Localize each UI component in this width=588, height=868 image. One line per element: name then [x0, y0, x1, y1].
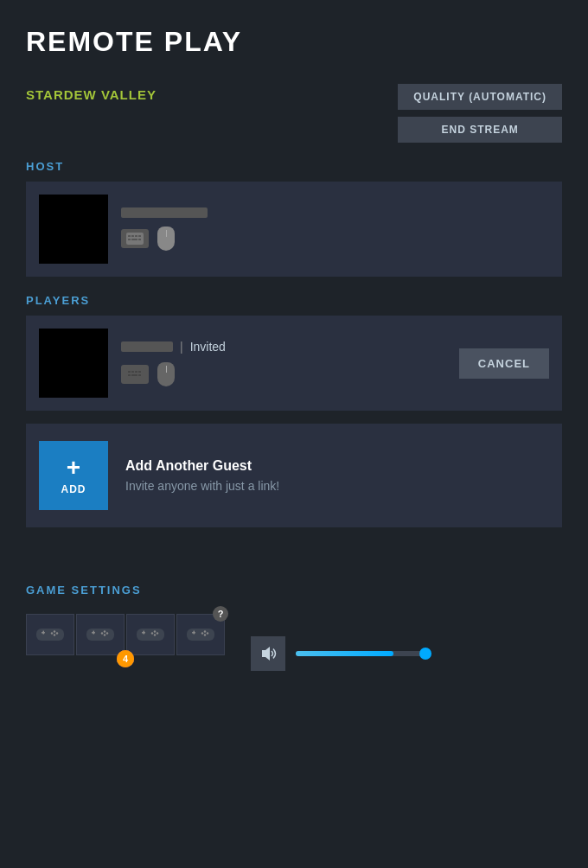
controller-slot-3: [126, 614, 175, 655]
host-icons-row: [121, 227, 549, 251]
svg-rect-3: [135, 235, 137, 237]
players-section: PLAYERS | Invited: [26, 294, 562, 411]
svg-rect-2: [131, 235, 134, 237]
game-row: STARDEW VALLEY QUALITY (AUTOMATIC) END S…: [26, 84, 562, 143]
divider: |: [180, 340, 183, 354]
controller-slot-2: [76, 614, 125, 655]
host-name-row: [121, 207, 549, 218]
host-section: HOST: [26, 160, 562, 277]
svg-point-35: [151, 632, 153, 634]
volume-area: [251, 636, 425, 671]
player-mouse-icon: [157, 362, 175, 386]
svg-rect-13: [128, 374, 131, 376]
player-keyboard-icon: [121, 365, 149, 384]
add-label: ADD: [61, 483, 86, 495]
svg-rect-1: [128, 235, 131, 237]
game-name: STARDEW VALLEY: [26, 87, 157, 102]
host-section-label: HOST: [26, 160, 562, 173]
volume-icon: [251, 636, 285, 671]
svg-point-26: [104, 630, 105, 632]
svg-rect-14: [131, 374, 137, 376]
svg-rect-18: [43, 631, 45, 635]
controller-slot-1: [26, 614, 74, 655]
svg-rect-25: [93, 631, 95, 635]
player-info: | Invited: [121, 340, 446, 386]
host-info: [121, 207, 549, 251]
svg-rect-6: [131, 239, 137, 240]
player-avatar: [39, 329, 108, 398]
quality-button[interactable]: QUALITY (AUTOMATIC): [398, 84, 562, 110]
add-guest-subtitle: Invite anyone with just a link!: [125, 479, 549, 493]
add-guest-title: Add Another Guest: [125, 458, 549, 474]
page-title: REMOTE PLAY: [26, 26, 562, 58]
svg-rect-10: [131, 371, 134, 373]
svg-rect-11: [135, 371, 137, 373]
player-name-row: | Invited: [121, 340, 446, 354]
game-settings-section: GAME SETTINGS: [26, 584, 562, 671]
controllers-with-badge: ? 1 2 3 4: [26, 614, 225, 659]
controller-slot-4: ?: [176, 614, 225, 655]
player-name-redacted: [121, 341, 173, 352]
svg-point-27: [106, 632, 108, 634]
svg-rect-4: [138, 235, 141, 237]
svg-rect-16: [36, 629, 64, 641]
svg-rect-23: [86, 629, 114, 641]
svg-rect-39: [194, 631, 195, 635]
volume-slider-thumb: [419, 648, 431, 660]
svg-rect-12: [138, 371, 141, 373]
svg-rect-15: [138, 374, 141, 376]
svg-point-29: [104, 634, 105, 635]
controllers-group: ? 1 2 3 4: [26, 614, 225, 671]
player-icons-row: [121, 362, 446, 386]
add-plus-icon: +: [67, 456, 80, 480]
svg-rect-5: [128, 239, 131, 240]
svg-rect-7: [138, 239, 141, 240]
host-card: [26, 182, 562, 277]
svg-point-43: [204, 634, 206, 635]
svg-point-33: [154, 630, 156, 632]
svg-point-19: [54, 630, 55, 632]
volume-slider[interactable]: [296, 651, 425, 656]
svg-point-28: [101, 632, 103, 634]
svg-point-34: [157, 632, 158, 634]
controller-slots-row: ?: [26, 614, 225, 655]
svg-rect-9: [128, 371, 131, 373]
svg-point-22: [54, 634, 55, 635]
host-name-redacted: [121, 207, 208, 218]
add-guest-card: + ADD Add Another Guest Invite anyone wi…: [26, 424, 562, 527]
svg-marker-44: [262, 647, 270, 661]
add-guest-text: Add Another Guest Invite anyone with jus…: [125, 458, 549, 493]
svg-rect-30: [137, 629, 164, 641]
add-guest-button[interactable]: + ADD: [39, 441, 108, 510]
question-badge: ?: [213, 606, 228, 622]
svg-point-20: [56, 632, 58, 634]
svg-rect-37: [187, 629, 214, 641]
host-avatar: [39, 195, 108, 264]
player-badge-4: 4: [117, 650, 134, 667]
mouse-icon: [157, 227, 175, 251]
end-stream-button[interactable]: END STREAM: [398, 117, 562, 143]
players-section-label: PLAYERS: [26, 294, 562, 307]
game-settings-label: GAME SETTINGS: [26, 584, 562, 597]
svg-point-40: [204, 630, 206, 632]
svg-point-42: [201, 632, 203, 634]
keyboard-icon: [121, 229, 149, 248]
svg-point-41: [207, 632, 208, 634]
cancel-button[interactable]: CANCEL: [459, 348, 549, 379]
svg-point-21: [51, 632, 53, 634]
svg-rect-32: [144, 631, 145, 635]
player-status: Invited: [190, 340, 226, 354]
volume-slider-fill: [296, 651, 393, 656]
stream-controls: QUALITY (AUTOMATIC) END STREAM: [398, 84, 562, 143]
invited-player-card: | Invited: [26, 316, 562, 411]
svg-point-36: [154, 634, 156, 635]
settings-bottom-row: ? 1 2 3 4: [26, 614, 562, 671]
